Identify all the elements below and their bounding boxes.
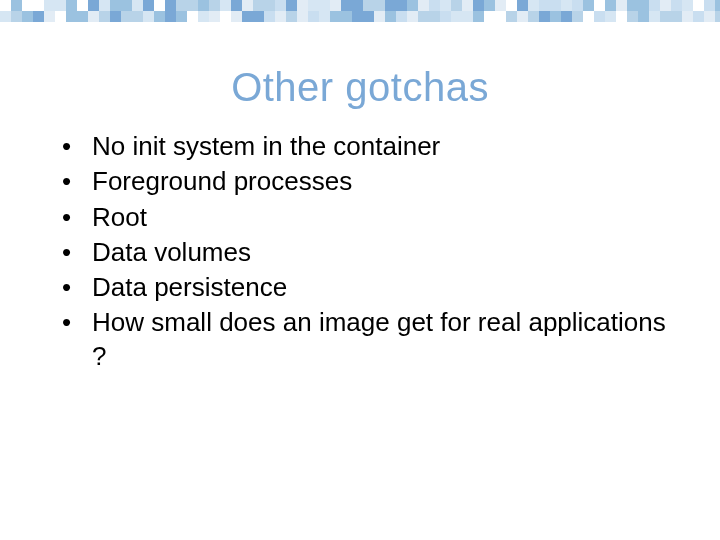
mosaic-cell — [616, 0, 627, 11]
mosaic-cell — [528, 0, 539, 11]
mosaic-cell — [506, 0, 517, 11]
mosaic-cell — [715, 11, 720, 22]
mosaic-cell — [561, 11, 572, 22]
list-item: Foreground processes — [50, 165, 670, 198]
mosaic-cell — [11, 11, 22, 22]
list-item: How small does an image get for real app… — [50, 306, 670, 373]
mosaic-cell — [462, 0, 473, 11]
mosaic-cell — [374, 0, 385, 11]
mosaic-cell — [22, 11, 33, 22]
mosaic-cell — [154, 0, 165, 11]
mosaic-cell — [484, 11, 495, 22]
mosaic-cell — [319, 0, 330, 11]
mosaic-cell — [363, 11, 374, 22]
list-item: Root — [50, 201, 670, 234]
mosaic-cell — [407, 0, 418, 11]
mosaic-cell — [693, 0, 704, 11]
mosaic-row — [0, 0, 720, 11]
mosaic-cell — [198, 11, 209, 22]
mosaic-cell — [715, 0, 720, 11]
mosaic-cell — [55, 0, 66, 11]
mosaic-cell — [297, 11, 308, 22]
mosaic-cell — [418, 11, 429, 22]
mosaic-cell — [264, 11, 275, 22]
mosaic-cell — [682, 0, 693, 11]
slide: Other gotchas No init system in the cont… — [0, 0, 720, 540]
mosaic-cell — [330, 0, 341, 11]
mosaic-cell — [110, 0, 121, 11]
mosaic-cell — [473, 11, 484, 22]
mosaic-cell — [407, 11, 418, 22]
mosaic-cell — [121, 11, 132, 22]
slide-title: Other gotchas — [0, 65, 720, 110]
mosaic-cell — [627, 11, 638, 22]
mosaic-cell — [561, 0, 572, 11]
mosaic-cell — [506, 11, 517, 22]
mosaic-cell — [132, 0, 143, 11]
mosaic-cell — [33, 11, 44, 22]
mosaic-cell — [275, 0, 286, 11]
mosaic-cell — [77, 0, 88, 11]
mosaic-cell — [341, 0, 352, 11]
mosaic-cell — [308, 0, 319, 11]
mosaic-cell — [176, 11, 187, 22]
mosaic-cell — [352, 11, 363, 22]
mosaic-cell — [297, 0, 308, 11]
mosaic-cell — [220, 11, 231, 22]
mosaic-cell — [88, 11, 99, 22]
mosaic-cell — [550, 11, 561, 22]
mosaic-cell — [121, 0, 132, 11]
mosaic-cell — [385, 11, 396, 22]
mosaic-cell — [550, 0, 561, 11]
mosaic-cell — [660, 0, 671, 11]
mosaic-cell — [330, 11, 341, 22]
bullet-list: No init system in the container Foregrou… — [50, 130, 670, 375]
mosaic-cell — [220, 0, 231, 11]
mosaic-cell — [242, 11, 253, 22]
mosaic-cell — [704, 11, 715, 22]
mosaic-cell — [517, 11, 528, 22]
mosaic-cell — [704, 0, 715, 11]
mosaic-cell — [539, 11, 550, 22]
mosaic-cell — [594, 11, 605, 22]
mosaic-cell — [572, 11, 583, 22]
list-item: Data persistence — [50, 271, 670, 304]
mosaic-cell — [187, 0, 198, 11]
decorative-mosaic-strip — [0, 0, 720, 22]
mosaic-cell — [605, 0, 616, 11]
mosaic-cell — [583, 11, 594, 22]
mosaic-cell — [77, 11, 88, 22]
mosaic-cell — [671, 0, 682, 11]
mosaic-cell — [671, 11, 682, 22]
mosaic-cell — [638, 0, 649, 11]
mosaic-cell — [66, 0, 77, 11]
mosaic-cell — [0, 11, 11, 22]
mosaic-cell — [528, 11, 539, 22]
mosaic-cell — [462, 11, 473, 22]
mosaic-cell — [264, 0, 275, 11]
mosaic-cell — [374, 11, 385, 22]
mosaic-cell — [473, 0, 484, 11]
mosaic-cell — [11, 0, 22, 11]
mosaic-cell — [231, 11, 242, 22]
mosaic-cell — [99, 11, 110, 22]
list-item: Data volumes — [50, 236, 670, 269]
mosaic-cell — [649, 11, 660, 22]
mosaic-row — [0, 11, 720, 22]
mosaic-cell — [110, 11, 121, 22]
mosaic-cell — [319, 11, 330, 22]
mosaic-cell — [649, 0, 660, 11]
mosaic-cell — [396, 0, 407, 11]
mosaic-cell — [209, 0, 220, 11]
mosaic-cell — [693, 11, 704, 22]
mosaic-cell — [429, 0, 440, 11]
mosaic-cell — [396, 11, 407, 22]
mosaic-cell — [66, 11, 77, 22]
mosaic-cell — [451, 0, 462, 11]
mosaic-cell — [605, 11, 616, 22]
mosaic-cell — [517, 0, 528, 11]
mosaic-cell — [484, 0, 495, 11]
mosaic-cell — [627, 0, 638, 11]
mosaic-cell — [44, 11, 55, 22]
mosaic-cell — [0, 0, 11, 11]
